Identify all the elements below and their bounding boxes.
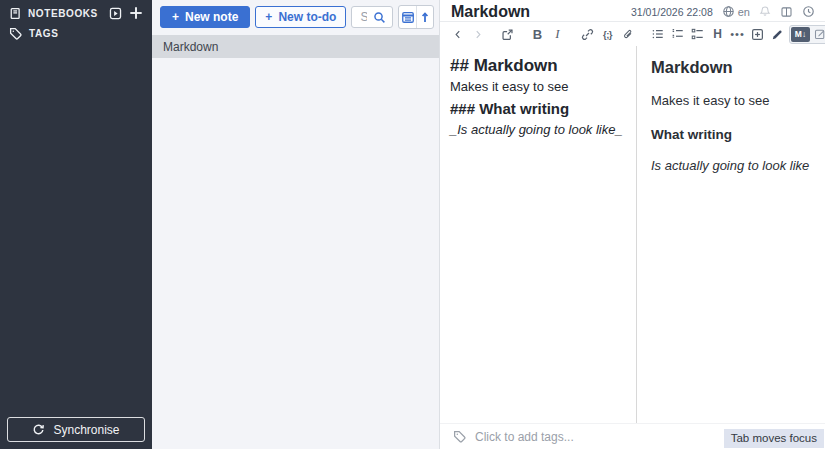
add-tags-label: Click to add tags... <box>475 430 574 444</box>
set-alarm-bell-icon[interactable] <box>759 5 771 18</box>
new-note-button[interactable]: + New note <box>160 6 250 28</box>
preview-heading2: Markdown <box>651 58 811 77</box>
source-line: ### What writing <box>450 99 626 119</box>
spellcheck-language-button[interactable]: en <box>722 5 750 18</box>
note-item-title: Markdown <box>163 40 218 54</box>
tag-icon <box>9 27 22 40</box>
toggle-editor-layout-icon[interactable] <box>780 6 793 18</box>
tag-icon <box>453 430 466 443</box>
sidebar-item-tags[interactable]: TAGS <box>0 23 152 43</box>
new-todo-button[interactable]: + New to-do <box>255 6 346 28</box>
bold-icon[interactable]: B <box>529 24 546 44</box>
note-timestamp: 31/01/2026 22:08 <box>631 6 713 18</box>
checkbox-list-icon[interactable] <box>689 24 706 44</box>
back-icon[interactable] <box>449 24 466 44</box>
note-header-actions: 31/01/2026 22:08 en <box>631 5 815 18</box>
notebook-icon <box>9 7 21 20</box>
insert-datetime-icon[interactable] <box>749 24 766 44</box>
heading-icon[interactable]: H <box>709 24 726 44</box>
search-box <box>351 6 393 28</box>
new-notebook-plus-icon[interactable] <box>129 6 143 20</box>
editor-body: ## Markdown Makes it easy to see ### Wha… <box>440 46 825 423</box>
note-title-input[interactable] <box>449 2 621 22</box>
sort-controls <box>398 5 434 29</box>
editor-mode-toggle: M↓ <box>789 25 825 44</box>
editor-panel: 31/01/2026 22:08 en <box>440 0 825 449</box>
preview-paragraph-italic: Is actually going to look like <box>651 158 811 173</box>
source-line: _Is actually going to look like_ <box>450 121 626 140</box>
spellcheck-language-label: en <box>738 6 750 18</box>
pen-icon[interactable] <box>769 24 786 44</box>
rich-text-editor-toggle[interactable] <box>810 27 825 42</box>
synchronise-label: Synchronise <box>53 423 119 437</box>
external-editing-icon[interactable] <box>499 24 516 44</box>
more-formats-icon[interactable]: ••• <box>729 24 746 44</box>
italic-icon[interactable]: I <box>549 24 566 44</box>
joplin-app: NOTEBOOKS <box>0 0 825 449</box>
note-history-clock-icon[interactable] <box>802 5 815 18</box>
sidebar-spacer <box>0 43 152 417</box>
new-todo-label: New to-do <box>278 10 336 24</box>
note-list-toolbar: + New note + New to-do <box>152 0 439 35</box>
new-note-label: New note <box>185 10 238 24</box>
inline-code-icon[interactable]: {;} <box>599 24 616 44</box>
note-list: Markdown <box>152 35 439 449</box>
sort-by-date-icon[interactable] <box>399 6 416 28</box>
search-icon[interactable] <box>373 11 386 24</box>
notebooks-header-label: NOTEBOOKS <box>28 8 98 19</box>
tab-moves-focus-badge: Tab moves focus <box>724 429 824 448</box>
markdown-source-editor[interactable]: ## Markdown Makes it easy to see ### Wha… <box>440 46 637 423</box>
toggle-all-notebooks-icon[interactable] <box>109 7 122 20</box>
sync-icon <box>32 423 45 436</box>
preview-heading3: What writing <box>651 127 811 142</box>
sidebar-item-notebooks[interactable]: NOTEBOOKS <box>0 3 152 23</box>
forward-icon[interactable] <box>469 24 486 44</box>
note-list-panel: + New note + New to-do <box>152 0 440 449</box>
globe-icon <box>722 5 735 18</box>
note-header: 31/01/2026 22:08 en <box>440 0 825 21</box>
synchronise-button[interactable]: Synchronise <box>7 417 145 442</box>
tags-header-label: TAGS <box>29 28 58 39</box>
attach-file-icon[interactable] <box>619 24 636 44</box>
editor-toolbar: B I {;} <box>440 21 825 46</box>
preview-paragraph: Makes it easy to see <box>651 93 811 108</box>
note-list-item[interactable]: Markdown <box>152 35 439 58</box>
source-line: Makes it easy to see <box>450 78 626 97</box>
markdown-preview: Markdown Makes it easy to see What writi… <box>637 46 825 423</box>
numbered-list-icon[interactable] <box>669 24 686 44</box>
source-line: ## Markdown <box>450 55 626 76</box>
bulleted-list-icon[interactable] <box>649 24 666 44</box>
search-input[interactable] <box>358 9 369 25</box>
plus-icon: + <box>172 10 179 24</box>
hyperlink-icon[interactable] <box>579 24 596 44</box>
sidebar: NOTEBOOKS <box>0 0 152 449</box>
sort-order-arrow-icon[interactable] <box>416 6 433 28</box>
plus-icon: + <box>265 10 272 24</box>
markdown-editor-toggle[interactable]: M↓ <box>791 27 810 42</box>
